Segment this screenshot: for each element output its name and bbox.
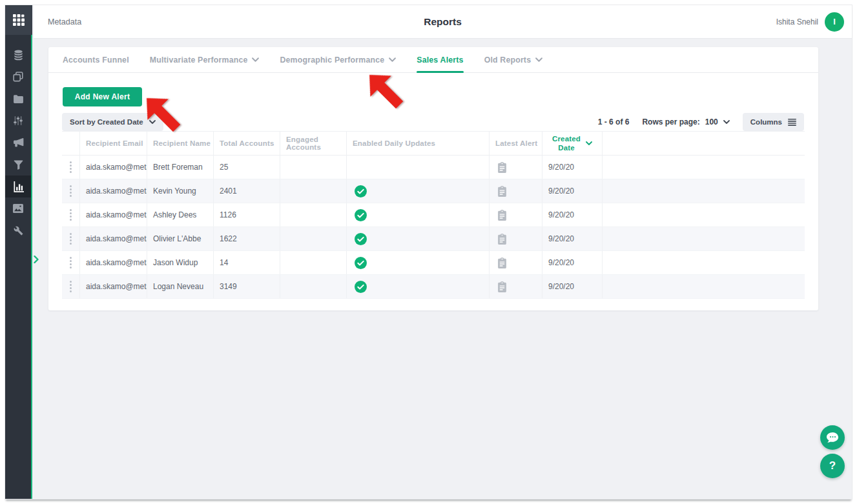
wrench-icon: [14, 226, 23, 236]
cell-created-date: 9/20/20: [542, 251, 602, 274]
sidebar-item-image[interactable]: [5, 197, 31, 219]
cell-latest-alert[interactable]: [489, 203, 542, 227]
avatar[interactable]: I: [825, 12, 844, 32]
user-menu[interactable]: Ishita Snehil I: [776, 12, 844, 32]
page-title: Reports: [34, 16, 852, 28]
cell-latest-alert[interactable]: [489, 227, 542, 250]
row-drag-handle[interactable]: [62, 156, 79, 179]
header-recipient-email[interactable]: Recipient Email: [79, 132, 147, 155]
row-drag-handle[interactable]: [62, 275, 79, 298]
sidebar-item-bar-chart[interactable]: [5, 176, 31, 197]
report-tabs: Accounts FunnelMultivariate PerformanceD…: [48, 47, 818, 73]
cell-total-accounts: 3149: [213, 275, 280, 298]
tab-demographic-performance[interactable]: Demographic Performance: [280, 47, 396, 72]
pagination-text: 1 - 6 of 6: [598, 117, 630, 126]
cell-latest-alert[interactable]: [489, 251, 542, 274]
sidebar-item-filter[interactable]: [5, 154, 31, 176]
header-created-date[interactable]: CreatedDate: [542, 132, 602, 155]
app-label: Metadata: [48, 17, 81, 26]
cell-latest-alert[interactable]: [489, 275, 542, 298]
topbar: Metadata Reports Ishita Snehil I: [34, 5, 852, 39]
cell-recipient-email: aida.skamo@metad...: [79, 227, 147, 250]
table-row[interactable]: aida.skamo@metad... Logan Neveau 3149 9/…: [62, 275, 805, 299]
tab-sales-alerts[interactable]: Sales Alerts: [417, 47, 463, 72]
kebab-dots-icon: [70, 257, 72, 268]
cell-created-date: 9/20/20: [542, 156, 602, 179]
header-latest-alert[interactable]: Latest Alert: [489, 132, 542, 155]
cell-recipient-email: aida.skamo@metad...: [79, 251, 147, 274]
sidebar-item-database[interactable]: [5, 44, 31, 66]
kebab-dots-icon: [70, 185, 72, 197]
header-engaged-accounts[interactable]: Engaged Accounts: [280, 132, 346, 155]
row-drag-handle[interactable]: [62, 251, 79, 274]
sort-button[interactable]: Sort by Created Date: [62, 113, 163, 131]
table-row[interactable]: aida.skamo@metad... Kevin Young 2401 9/2…: [62, 179, 805, 203]
cell-enabled-daily-updates: [346, 275, 489, 298]
header-total-accounts[interactable]: Total Accounts: [213, 132, 280, 155]
sidebar: [5, 5, 32, 499]
cell-total-accounts: 25: [213, 156, 280, 179]
sidebar-item-pages[interactable]: [5, 66, 31, 88]
cell-enabled-daily-updates: [346, 227, 489, 250]
sidebar-item-wrench[interactable]: [5, 219, 31, 241]
chevron-down-icon: [535, 57, 542, 62]
tab-label: Demographic Performance: [280, 55, 384, 65]
cell-empty: [602, 227, 805, 250]
kebab-dots-icon: [70, 161, 72, 173]
header-enabled-daily-updates[interactable]: Enabled Daily Updates: [346, 132, 489, 155]
chevron-down-icon: [723, 120, 730, 124]
cell-enabled-daily-updates: [346, 251, 489, 274]
row-drag-handle[interactable]: [62, 227, 79, 250]
chat-button[interactable]: [820, 425, 845, 450]
row-drag-handle[interactable]: [62, 179, 79, 203]
sidebar-item-sliders[interactable]: [5, 110, 31, 132]
chevron-down-icon: [586, 141, 592, 145]
table-header-row: Recipient Email Recipient Name Total Acc…: [62, 131, 805, 156]
alerts-table: Recipient Email Recipient Name Total Acc…: [62, 131, 805, 299]
cell-created-date: 9/20/20: [542, 179, 602, 203]
clipboard-icon: [497, 162, 507, 173]
cell-recipient-email: aida.skamo@metad...: [79, 203, 147, 227]
cell-engaged-accounts: [280, 203, 346, 227]
table-row[interactable]: aida.skamo@metad... Jason Widup 14 9/20/…: [62, 251, 805, 275]
cell-recipient-name: Brett Foreman: [147, 156, 213, 179]
cell-recipient-name: Olivier L'Abbe: [147, 227, 213, 250]
cell-recipient-name: Kevin Young: [147, 179, 213, 203]
rows-per-page-select[interactable]: Rows per page: 100: [642, 117, 729, 126]
cell-total-accounts: 1622: [213, 227, 280, 250]
kebab-dots-icon: [70, 281, 72, 292]
cell-enabled-daily-updates: [346, 203, 489, 227]
check-circle-icon: [355, 257, 367, 269]
check-circle-icon: [355, 185, 367, 197]
columns-button[interactable]: Columns: [743, 113, 804, 131]
chevron-down-icon: [389, 57, 396, 62]
cell-latest-alert[interactable]: [489, 156, 542, 179]
sidebar-expand-chevron-icon[interactable]: [34, 254, 39, 266]
tab-accounts-funnel[interactable]: Accounts Funnel: [63, 47, 129, 72]
chevron-down-icon: [252, 57, 259, 62]
tab-multivariate-performance[interactable]: Multivariate Performance: [150, 47, 260, 72]
table-row[interactable]: aida.skamo@metad... Brett Foreman 25 9/2…: [62, 156, 805, 179]
row-drag-handle[interactable]: [62, 203, 79, 227]
apps-grid-icon[interactable]: [5, 5, 32, 35]
cell-empty: [602, 275, 805, 298]
kebab-dots-icon: [70, 233, 72, 245]
sidebar-item-megaphone[interactable]: [5, 132, 31, 154]
add-new-alert-button[interactable]: Add New Alert: [63, 87, 142, 106]
cell-empty: [602, 179, 805, 203]
cell-engaged-accounts: [280, 156, 346, 179]
table-row[interactable]: aida.skamo@metad... Ashley Dees 1126 9/2…: [62, 203, 805, 227]
cell-latest-alert[interactable]: [489, 179, 542, 203]
megaphone-icon: [13, 137, 24, 148]
header-recipient-name[interactable]: Recipient Name: [147, 132, 213, 155]
help-button[interactable]: ?: [820, 454, 845, 478]
sliders-icon: [13, 116, 23, 126]
clipboard-icon: [497, 281, 507, 292]
table-controls: Sort by Created Date 1 - 6 of 6 Rows per…: [62, 113, 804, 131]
tab-old-reports[interactable]: Old Reports: [484, 47, 543, 72]
cell-engaged-accounts: [280, 179, 346, 203]
cell-empty: [602, 203, 805, 227]
table-row[interactable]: aida.skamo@metad... Olivier L'Abbe 1622 …: [62, 227, 805, 251]
cell-empty: [602, 251, 805, 274]
sidebar-item-folder[interactable]: [5, 88, 31, 110]
